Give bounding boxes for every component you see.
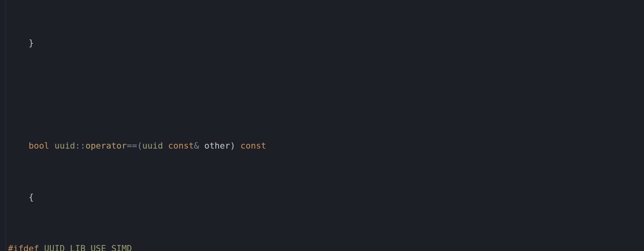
fn-operator: operator: [85, 141, 127, 151]
keyword-const: const: [241, 141, 267, 151]
op: ==(: [127, 141, 142, 151]
code-line[interactable]: [0, 86, 644, 103]
brace: {: [8, 192, 34, 202]
code-line[interactable]: bool uuid::operator==(uuid const& other)…: [0, 137, 644, 154]
keyword-const: const: [163, 141, 194, 151]
op: &: [194, 141, 204, 151]
code-line[interactable]: #ifdef UUID_LIB_USE_SIMD: [0, 240, 644, 251]
code-editor[interactable]: } bool uuid::operator==(uuid const& othe…: [0, 0, 644, 251]
macro-name: UUID_LIB_USE_SIMD: [39, 243, 132, 251]
keyword-bool: bool: [29, 141, 49, 151]
ident: other: [204, 141, 230, 151]
code-line[interactable]: }: [0, 34, 644, 51]
code-text: }: [8, 38, 34, 48]
type-uuid: uuid: [55, 141, 75, 151]
preprocessor-ifdef: #ifdef: [8, 243, 39, 251]
paren: ): [230, 141, 241, 151]
code-line[interactable]: {: [0, 188, 644, 206]
op: ::: [75, 141, 85, 151]
type-uuid: uuid: [142, 141, 163, 151]
indent: [8, 141, 29, 151]
